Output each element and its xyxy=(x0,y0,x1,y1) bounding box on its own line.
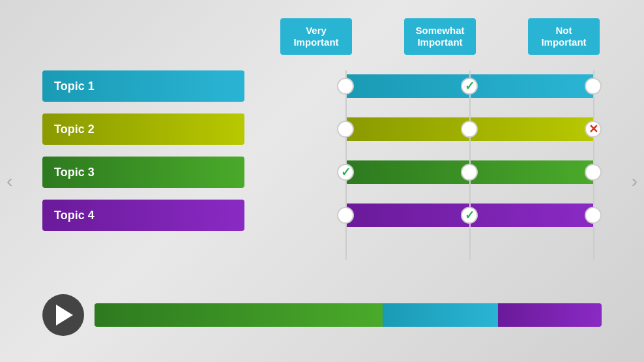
checkmark-icon: ✓ xyxy=(465,208,475,222)
header-somewhat-important: Somewhat Important xyxy=(404,18,476,55)
cross-icon: ✕ xyxy=(589,122,598,136)
nav-arrow-right[interactable]: › xyxy=(632,171,637,192)
dot-row3-col2[interactable] xyxy=(461,164,478,181)
play-button[interactable] xyxy=(42,294,84,336)
dot-row2-col1[interactable] xyxy=(337,121,354,138)
play-icon xyxy=(56,305,73,325)
progress-segment-teal xyxy=(383,303,498,327)
grid-area: ✓ ✕ ✓ ✓ xyxy=(313,70,613,266)
checkmark-icon: ✓ xyxy=(465,79,475,93)
dot-row2-col2[interactable] xyxy=(461,121,478,138)
dot-row4-col3[interactable] xyxy=(585,207,602,224)
topics-list: Topic 1 Topic 2 Topic 3 Topic 4 xyxy=(42,70,244,243)
grid-row-2: ✕ xyxy=(313,113,613,145)
grid-row-4: ✓ xyxy=(313,200,613,231)
progress-area xyxy=(42,294,602,336)
column-headers: Very Important Somewhat Important Not Im… xyxy=(280,18,600,55)
dot-row3-col3[interactable] xyxy=(585,164,602,181)
grid-row-3: ✓ xyxy=(313,157,613,188)
dot-row3-col1[interactable]: ✓ xyxy=(337,164,354,181)
dot-row1-col2[interactable]: ✓ xyxy=(461,78,478,95)
header-not-important: Not Important xyxy=(528,18,600,55)
topic-bar-2: Topic 2 xyxy=(42,113,244,145)
progress-segment-purple xyxy=(498,303,602,327)
progress-track[interactable] xyxy=(95,303,602,327)
topic-bar-1: Topic 1 xyxy=(42,70,244,102)
dot-row2-col3[interactable]: ✕ xyxy=(585,121,602,138)
dot-row4-col2[interactable]: ✓ xyxy=(461,207,478,224)
topic-bar-4: Topic 4 xyxy=(42,200,244,231)
checkmark-icon: ✓ xyxy=(341,165,351,179)
grid-row-1: ✓ xyxy=(313,70,613,102)
dot-row4-col1[interactable] xyxy=(337,207,354,224)
header-very-important: Very Important xyxy=(280,18,352,55)
topic-bar-3: Topic 3 xyxy=(42,157,244,188)
dot-row1-col3[interactable] xyxy=(585,78,602,95)
progress-segment-green xyxy=(95,303,383,327)
dot-row1-col1[interactable] xyxy=(337,78,354,95)
nav-arrow-left[interactable]: ‹ xyxy=(7,171,12,192)
